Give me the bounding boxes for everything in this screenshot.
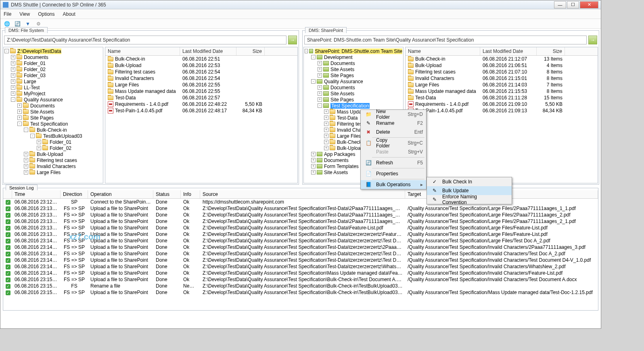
ctx-copy-folder[interactable]: 📋Copy FolderStrg+C [361,139,426,147]
log-row[interactable]: ✓06.08.2016 23:13:59FS => SPUpload a fil… [3,231,598,238]
expand-icon[interactable]: + [24,164,28,168]
col-name[interactable]: Name [105,47,180,55]
expand-icon[interactable]: + [17,103,22,108]
expand-icon[interactable]: - [311,79,316,84]
expand-icon[interactable]: + [318,85,322,90]
tree-node[interactable]: +LL-Test [4,84,102,90]
ctx-bulk-operations[interactable]: 📘Bulk Operations▸ [361,180,426,189]
col-name[interactable]: Name [406,47,480,55]
expand-icon[interactable]: + [311,158,316,162]
menu-options[interactable]: Options [38,11,54,17]
tree-node[interactable]: +Large Files [4,169,102,175]
expand-icon[interactable]: + [324,109,328,114]
file-row[interactable]: Filtering test cases06.08.2016 22:54 [105,69,297,75]
expand-icon[interactable]: + [311,152,316,156]
file-row[interactable]: Large Files06.08.2016 22:55 [105,82,297,88]
minimize-button[interactable]: — [554,1,566,8]
col-date[interactable]: Last Modified Date [180,47,236,55]
expand-icon[interactable]: + [37,146,41,150]
tree-node[interactable]: +Site Pages [4,115,102,121]
file-row[interactable]: Bulk-Upload06.08.2016 21:06:514 Items [406,62,598,69]
tree-node[interactable]: -Quality Assurance [4,97,102,103]
log-row[interactable]: ✓06.08.2016 23:13:34FS => SPUpload a fil… [3,205,598,212]
tree-node[interactable]: -SharePoint: DMS-Shuttle.com Team Site [305,48,402,54]
tree-node[interactable]: +Bulk-Upload [4,151,102,157]
expand-icon[interactable]: + [24,170,28,174]
expand-icon[interactable]: + [11,55,15,59]
log-col-info[interactable]: Info [181,190,200,198]
expand-icon[interactable]: + [318,91,322,96]
file-row[interactable]: Test-Paln-1.4.0.45.pdf06.08.2016 22:48:1… [105,107,297,114]
file-row[interactable]: Large Files06.08.2016 21:14:037 Items [406,82,598,88]
expand-icon[interactable]: + [11,85,15,90]
ctx-bulk-check-in[interactable]: ✓Bulk Check In [427,177,512,186]
tree-node[interactable]: -Quality Assurance [305,78,402,84]
ctx-new-folder[interactable]: 📁New FolderStrg+D [361,110,426,119]
expand-icon[interactable]: + [11,61,15,65]
tree-node[interactable]: +Folder_03 [4,72,102,78]
expand-icon[interactable]: + [311,170,316,174]
log-row[interactable]: ✓06.08.2016 23:14:38FS => SPUpload a fil… [3,263,598,270]
log-row[interactable]: ✓06.08.2016 23:14:32FS => SPUpload a fil… [3,257,598,263]
expand-icon[interactable]: + [324,122,328,126]
expand-icon[interactable]: + [24,158,28,162]
ctx-rename[interactable]: ✎RenameF2 [361,119,426,128]
log-col-status[interactable]: Status [153,190,181,198]
left-go-button[interactable]: → [288,36,297,44]
tree-node[interactable]: +Site Assets [4,109,102,115]
log-col-time[interactable]: Time [12,190,61,198]
expand-icon[interactable]: + [318,61,322,65]
expand-icon[interactable]: - [318,103,322,108]
file-row[interactable]: Invalid Characters06.08.2016 21:15:018 I… [406,75,598,82]
tree-node[interactable]: +Folder_01 [4,139,102,145]
expand-icon[interactable]: + [318,97,322,102]
log-row[interactable]: ✓06.08.2016 23:14:07FS => SPUpload a fil… [3,238,598,244]
log-row[interactable]: ✓06.08.2016 23:14:27FS => SPUpload a fil… [3,250,598,257]
file-row[interactable]: Mass Update managed data06.08.2016 21:15… [406,88,598,95]
tree-node[interactable]: +Documents [4,54,102,60]
connect-icon[interactable]: 🌐 [3,20,11,28]
file-row[interactable]: Test-Data06.08.2016 22:57 [105,95,297,101]
log-row[interactable]: ✓06.08.2016 23:13:45FS => SPUpload a fil… [3,218,598,225]
log-row[interactable]: ✓06.08.2016 23:14:21FS => SPUpload a fil… [3,244,598,250]
log-col-direction[interactable]: Direction [61,190,88,198]
expand-icon[interactable]: + [324,128,328,132]
expand-icon[interactable]: + [318,73,322,78]
expand-icon[interactable]: + [11,91,15,96]
expand-icon[interactable]: + [11,73,15,78]
filter-icon[interactable]: ▼ [24,20,32,28]
file-row[interactable]: Test-Paln-1.4.0.45.pdf06.08.2016 21:09:1… [406,107,598,114]
left-pane-tab[interactable]: DMS: File System [5,27,48,33]
log-row[interactable]: ✓06.08.2016 23:13:50FS => SPUpload a fil… [3,225,598,231]
tree-node[interactable]: +Invalid Characters [4,163,102,169]
expand-icon[interactable]: + [324,146,328,150]
tree-node[interactable]: +MyProject [4,90,102,97]
menu-view[interactable]: View [19,11,30,17]
tree-node[interactable]: -Development [305,54,402,60]
expand-icon[interactable]: + [324,140,328,144]
tree-node[interactable]: +Folder_02 [4,66,102,72]
log-row[interactable]: ✓06.08.2016 23:15:57FS => SPUpload a fil… [3,289,598,296]
expand-icon[interactable]: + [24,152,28,156]
tree-node[interactable]: -Bulk-Check-in [4,127,102,133]
file-row[interactable]: Bulk-Check-in06.08.2016 21:12:0713 Items [406,56,598,62]
right-go-button[interactable]: → [588,36,597,44]
log-row[interactable]: ✓06.08.2016 23:13:40FS => SPUpload a fil… [3,212,598,218]
tree-node[interactable]: -Test Specification [4,121,102,127]
refresh-icon[interactable]: 🔄 [13,20,21,28]
tree-node[interactable]: +Site Pages [305,72,402,78]
session-log-tab[interactable]: Session Log [6,185,38,191]
log-row[interactable]: ✓06.08.2016 23:15:52FSRename a fileDoneN… [3,283,598,289]
tree-node[interactable]: +Site Assets [305,90,402,97]
col-size[interactable]: Size [236,47,265,55]
col-size[interactable]: Size [537,47,565,55]
log-row[interactable]: ✓06.08.2016 23:14:44FS => SPUpload a fil… [3,270,598,276]
expand-icon[interactable]: + [37,140,41,144]
right-pane-tab[interactable]: DMS: SharePoint [305,27,347,33]
ctx-properties[interactable]: 📄Properties [361,169,426,178]
expand-icon[interactable]: - [305,49,308,53]
tree-node[interactable]: +Documents [305,60,402,66]
log-row[interactable]: ✓06.08.2016 23:15:05FS => SPUpload a fil… [3,276,598,283]
tree-node[interactable]: +Folder_02 [4,145,102,151]
tree-node[interactable]: +Site Assets [305,66,402,72]
